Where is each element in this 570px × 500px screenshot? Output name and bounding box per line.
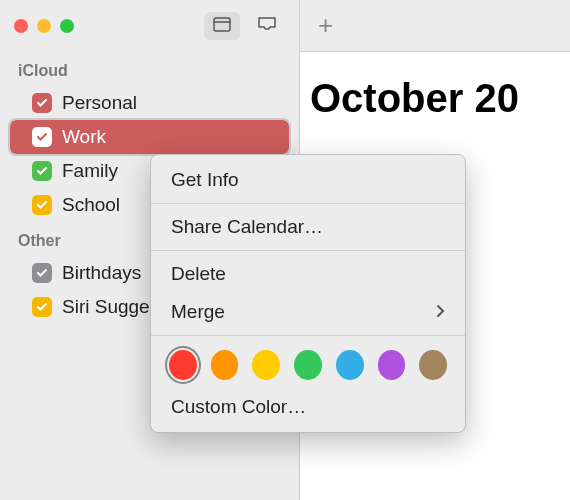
checkbox-icon[interactable]	[32, 195, 52, 215]
color-swatches	[151, 340, 465, 388]
color-swatch-orange[interactable]	[211, 350, 239, 380]
calendar-context-menu: Get Info Share Calendar… Delete Merge Cu…	[150, 154, 466, 433]
chevron-right-icon	[435, 301, 445, 323]
section-header-icloud: iCloud	[0, 52, 299, 86]
color-swatch-yellow[interactable]	[252, 350, 280, 380]
color-swatch-purple[interactable]	[378, 350, 406, 380]
calendar-item-label: Birthdays	[62, 262, 141, 284]
calendar-icon	[213, 16, 231, 36]
close-window-button[interactable]	[14, 19, 28, 33]
menu-separator	[151, 203, 465, 204]
calendar-item-label: Work	[62, 126, 106, 148]
menu-item-label: Delete	[171, 263, 226, 285]
color-swatch-blue[interactable]	[336, 350, 364, 380]
menu-separator	[151, 250, 465, 251]
titlebar	[0, 0, 299, 52]
svg-rect-0	[214, 18, 230, 31]
menu-item-merge[interactable]: Merge	[151, 293, 465, 331]
add-event-button[interactable]: +	[318, 10, 333, 41]
fullscreen-window-button[interactable]	[60, 19, 74, 33]
menu-item-share-calendar[interactable]: Share Calendar…	[151, 208, 465, 246]
calendars-toggle-button[interactable]	[204, 12, 240, 40]
color-swatch-brown[interactable]	[419, 350, 447, 380]
calendar-item-label: Family	[62, 160, 118, 182]
tray-icon	[257, 16, 277, 36]
menu-item-label: Share Calendar…	[171, 216, 323, 238]
checkbox-icon[interactable]	[32, 263, 52, 283]
checkbox-icon[interactable]	[32, 127, 52, 147]
color-swatch-green[interactable]	[294, 350, 322, 380]
menu-item-get-info[interactable]: Get Info	[151, 161, 465, 199]
month-title: October 20	[300, 52, 570, 121]
checkbox-icon[interactable]	[32, 161, 52, 181]
color-swatch-red[interactable]	[169, 350, 197, 380]
menu-item-custom-color[interactable]: Custom Color…	[151, 388, 465, 426]
menu-item-delete[interactable]: Delete	[151, 255, 465, 293]
calendar-item-personal[interactable]: Personal	[10, 86, 289, 120]
minimize-window-button[interactable]	[37, 19, 51, 33]
menu-item-label: Custom Color…	[171, 396, 306, 418]
checkbox-icon[interactable]	[32, 297, 52, 317]
calendar-item-label: Personal	[62, 92, 137, 114]
calendar-item-label: School	[62, 194, 120, 216]
plus-icon: +	[318, 10, 333, 40]
main-toolbar: +	[300, 0, 570, 52]
calendar-item-work[interactable]: Work	[10, 120, 289, 154]
menu-separator	[151, 335, 465, 336]
inbox-button[interactable]	[249, 12, 285, 40]
menu-item-label: Get Info	[171, 169, 239, 191]
checkbox-icon[interactable]	[32, 93, 52, 113]
menu-item-label: Merge	[171, 301, 225, 323]
